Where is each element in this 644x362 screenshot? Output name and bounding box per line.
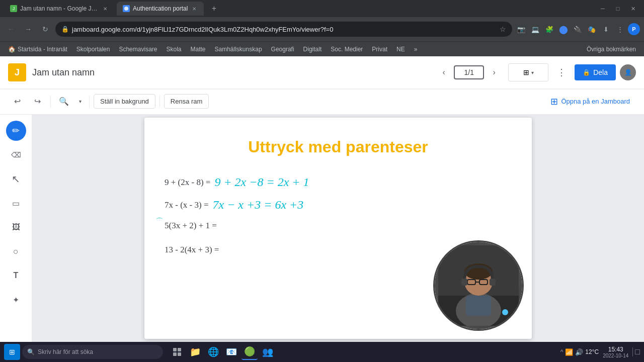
open-jamboard-button[interactable]: ⊞ Öppna på en Jamboard [544, 93, 636, 110]
start-button[interactable]: ⊞ [4, 344, 20, 360]
maximize-button[interactable]: □ [611, 4, 625, 14]
canvas-title: Uttryck med parenteser [144, 138, 532, 156]
tab-favicon-jamboard: J [10, 5, 17, 12]
tool-image[interactable]: 🖼 [6, 217, 26, 237]
bookmark-label-startsida: Startsida - Intranät [18, 46, 67, 53]
taskview-button[interactable] [169, 344, 185, 360]
bookmark-schemavisare[interactable]: Schemavisare [115, 45, 161, 54]
bookmark-icon-startsida: 🏠 [8, 46, 16, 53]
undo-button[interactable]: ↩ [8, 93, 26, 111]
taskbar-time[interactable]: 15:43 2022-10-14 [603, 346, 628, 358]
bookmark-skolportalen[interactable]: Skolportalen [72, 45, 114, 54]
bookmark-label-samhalle: Samhällskunskap [215, 46, 262, 53]
tab-label-auth: Authentication portal [133, 5, 188, 12]
svg-point-0 [124, 7, 128, 11]
bookmark-label-soc-medier: Soc. Medier [331, 46, 363, 53]
file-explorer-icon: 📁 [190, 346, 201, 357]
edge-button[interactable]: 🌐 [205, 344, 221, 360]
address-bar: ← → ↻ 🔒 jamboard.google.com/d/1yjn8FlLl1… [0, 17, 644, 41]
user-avatar[interactable]: 👤 [620, 64, 636, 80]
close-button[interactable]: ✕ [626, 4, 640, 14]
taskbar: ⊞ 🔍 Skriv här för att söka 📁 🌐 [0, 342, 644, 362]
download-icon[interactable]: ⬇ [600, 23, 612, 35]
math-line-2: 7x - (x - 3) = 7x − x +3 = 6x +3 [165, 198, 512, 212]
set-background-button[interactable]: Ställ in bakgrund [94, 94, 155, 109]
minimize-button[interactable]: ─ [596, 4, 610, 14]
zoom-dropdown[interactable]: ▾ [75, 93, 85, 111]
profile-avatar[interactable]: P [628, 23, 640, 35]
tool-laser[interactable]: ✦ [6, 290, 26, 310]
bookmark-startsida[interactable]: 🏠 Startsida - Intranät [4, 45, 71, 54]
start-icon: ⊞ [9, 348, 15, 356]
bookmark-skola[interactable]: Skola [162, 45, 185, 54]
bookmark-matte[interactable]: Matte [187, 45, 210, 54]
tab-auth-portal[interactable]: Authentication portal ✕ [117, 2, 204, 16]
more-options-icon[interactable]: ⋮ [614, 23, 626, 35]
tab-close-auth[interactable]: ✕ [191, 5, 198, 12]
tray-chevron[interactable]: ^ [560, 348, 564, 355]
bookmark-ne[interactable]: NE [392, 45, 409, 54]
svg-rect-13 [178, 348, 181, 351]
tool-sticky-note[interactable]: ▭ [6, 193, 26, 213]
network-icon[interactable]: 📶 [565, 348, 573, 356]
temp-display: 12°C [585, 348, 599, 355]
bookmark-label-ne: NE [396, 46, 405, 53]
new-tab-button[interactable]: + [208, 3, 220, 15]
next-page-button[interactable]: › [486, 64, 502, 80]
teams-button[interactable]: 👥 [260, 344, 276, 360]
zoom-button[interactable]: 🔍 [55, 93, 73, 111]
clock-time: 15:43 [603, 346, 628, 353]
tab-label-jamboard: Jam utan namn - Google Ja... [20, 5, 99, 12]
outlook-button[interactable]: 📧 [223, 344, 239, 360]
url-bar[interactable]: 🔒 jamboard.google.com/d/1yjn8FlLl1z7GDrn… [55, 22, 512, 37]
tool-shape[interactable]: ○ [6, 241, 26, 261]
prev-page-button[interactable]: ‹ [436, 64, 452, 80]
forward-button[interactable]: → [21, 22, 35, 36]
extension3-icon[interactable]: 🎭 [586, 23, 598, 35]
cast-icon[interactable]: 💻 [529, 23, 541, 35]
page-indicator[interactable]: 1/1 [454, 65, 484, 79]
star-icon[interactable]: ☆ [500, 25, 506, 33]
more-menu-button[interactable]: ⋮ [552, 63, 571, 81]
refresh-button[interactable]: ↻ [38, 22, 52, 36]
svg-rect-10 [490, 279, 496, 286]
bookmarks-bar: 🏠 Startsida - Intranät Skolportalen Sche… [0, 41, 644, 56]
bookmark-ovriga[interactable]: Övriga bokmärken [583, 45, 640, 54]
chrome-button[interactable]: 🟢 [242, 344, 258, 360]
back-button[interactable]: ← [4, 22, 18, 36]
tool-text[interactable]: T [6, 265, 26, 286]
extension2-icon[interactable]: 🔌 [572, 23, 584, 35]
file-explorer-button[interactable]: 📁 [187, 344, 203, 360]
tool-pen[interactable]: ✏ [6, 121, 26, 141]
tool-eraser[interactable]: ⌫ [6, 145, 26, 165]
volume-icon[interactable]: 🔊 [575, 348, 583, 356]
bookmark-label-privat: Privat [372, 46, 387, 53]
svg-rect-15 [178, 352, 181, 356]
extensions-icon[interactable]: 🧩 [543, 23, 555, 35]
bookmark-label-digitalt: Digitalt [303, 46, 322, 53]
clear-frame-button[interactable]: Rensa ram [164, 94, 209, 109]
redo-button[interactable]: ↪ [28, 93, 46, 111]
open-jamboard-icon: ⊞ [550, 96, 558, 107]
share-button[interactable]: 🔒 Dela [575, 64, 616, 80]
taskbar-search[interactable]: 🔍 Skriv här för att söka [22, 345, 163, 359]
bookmark-soc-medier[interactable]: Soc. Medier [327, 45, 367, 54]
chrome-icon[interactable]: ⬤ [557, 23, 570, 35]
camera-icon[interactable]: 📷 [515, 23, 527, 35]
tab-close-jamboard[interactable]: ✕ [102, 5, 109, 12]
jam-canvas[interactable]: Uttryck med parenteser 9 + (2x - 8) = 9 … [144, 118, 532, 339]
bookmark-geografi[interactable]: Geografi [267, 45, 298, 54]
bookmark-label-skolportalen: Skolportalen [76, 46, 110, 53]
bookmark-digitalt[interactable]: Digitalt [299, 45, 326, 54]
tab-jamboard[interactable]: J Jam utan namn - Google Ja... ✕ [4, 2, 115, 16]
math-handwritten-2: 7x − x +3 = 6x +3 [212, 198, 303, 212]
jamboard-logo: J [8, 63, 26, 81]
view-button[interactable]: ⊞ ▾ [508, 63, 548, 81]
bookmark-label-schemavisare: Schemavisare [119, 46, 157, 53]
bookmark-samhalle[interactable]: Samhällskunskap [211, 45, 266, 54]
show-desktop-button[interactable]: □ [632, 347, 640, 356]
tool-select[interactable]: ↖ [6, 169, 26, 189]
bookmark-more[interactable]: » [410, 45, 422, 54]
bookmark-privat[interactable]: Privat [368, 45, 391, 54]
jamboard-header: J Jam utan namn ‹ 1/1 › ⊞ ▾ ⋮ 🔒 Dela 👤 [0, 56, 644, 88]
